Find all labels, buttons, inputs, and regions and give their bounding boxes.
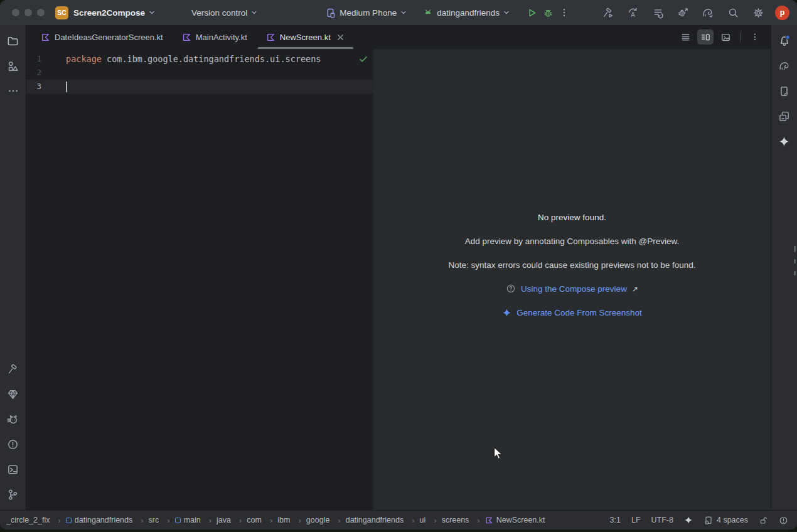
breadcrumb-item[interactable]: com bbox=[247, 516, 277, 525]
version-control-menu[interactable]: Version control bbox=[191, 8, 257, 18]
gem-icon bbox=[7, 388, 19, 400]
gemini-tool-button[interactable] bbox=[775, 132, 794, 151]
run-play-icon bbox=[527, 8, 537, 18]
run-button[interactable] bbox=[523, 4, 540, 21]
project-badge: SC bbox=[55, 6, 68, 19]
code-package-path: com.ibm.google.datingandfriends.ui.scree… bbox=[102, 54, 321, 64]
close-window-button[interactable] bbox=[12, 9, 19, 16]
generate-code-row: Generate Code From Screenshot bbox=[502, 301, 642, 324]
tab-mainactivity[interactable]: MainActivity.kt bbox=[173, 25, 257, 49]
image-icon bbox=[720, 32, 731, 43]
title-bar: SC Screen2Compose Version control Medium… bbox=[0, 0, 797, 25]
code-line-3-current: 3 bbox=[26, 80, 373, 93]
chevron-down-icon bbox=[503, 9, 510, 16]
attach-debugger-button[interactable] bbox=[675, 4, 691, 21]
android-icon bbox=[423, 8, 433, 18]
apply-code-changes-button[interactable]: A bbox=[624, 4, 641, 21]
generate-code-from-screenshot-link[interactable]: Generate Code From Screenshot bbox=[516, 308, 642, 317]
debug-button[interactable] bbox=[540, 4, 556, 21]
highlighting-level-widget[interactable] bbox=[779, 516, 788, 525]
tab-label: MainActivity.kt bbox=[196, 33, 247, 42]
bug-arrow-icon bbox=[677, 7, 689, 19]
chevron-down-icon bbox=[400, 9, 407, 16]
run-configuration-selector[interactable]: datingandfriends bbox=[423, 8, 510, 18]
ai-assistant-status-widget[interactable] bbox=[684, 516, 693, 524]
device-phone-icon bbox=[325, 8, 336, 18]
notifications-button[interactable] bbox=[775, 31, 794, 50]
devices-stack-icon bbox=[778, 110, 790, 122]
read-write-lock-widget[interactable] bbox=[759, 516, 768, 525]
device-manager-tool-button[interactable] bbox=[775, 107, 794, 125]
breadcrumb-item[interactable]: datingandfriends bbox=[346, 516, 420, 525]
gradle-tool-button[interactable] bbox=[775, 56, 794, 75]
build-run-button[interactable] bbox=[599, 4, 616, 21]
gradle-sync-button[interactable] bbox=[700, 4, 716, 21]
kebab-menu-icon bbox=[559, 8, 569, 18]
apply-changes-restart-button[interactable] bbox=[650, 4, 666, 21]
resource-manager-tool-button[interactable] bbox=[4, 56, 23, 75]
breadcrumb: _circle_2_fix datingandfriends src main … bbox=[6, 516, 545, 525]
breadcrumb-item[interactable]: _circle_2_fix bbox=[6, 516, 66, 525]
breadcrumb-item[interactable]: ibm bbox=[277, 516, 306, 525]
help-circle-icon bbox=[506, 284, 516, 294]
exclamation-circle-icon bbox=[779, 516, 788, 525]
compose-preview-docs-link[interactable]: Using the Compose preview bbox=[521, 284, 627, 294]
apply-changes-icon: A bbox=[627, 7, 639, 19]
zoom-window-button[interactable] bbox=[37, 9, 45, 16]
gradle-elephant-sync-icon bbox=[702, 7, 714, 19]
bell-icon bbox=[778, 35, 791, 47]
split-view-icon bbox=[700, 32, 711, 43]
more-tool-windows-button[interactable] bbox=[4, 82, 23, 100]
line-separator-widget[interactable]: LF bbox=[631, 516, 641, 524]
tab-dateideasgeneratorscreen[interactable]: DateIdeasGeneratorScreen.kt bbox=[31, 25, 173, 49]
left-tool-strip bbox=[0, 25, 26, 510]
kotlin-file-icon bbox=[41, 33, 50, 42]
preview-only-view-button[interactable] bbox=[717, 29, 734, 45]
user-avatar[interactable]: p bbox=[775, 6, 789, 20]
divider bbox=[740, 32, 741, 42]
breadcrumb-item[interactable]: src bbox=[149, 516, 175, 525]
external-link-icon bbox=[632, 284, 638, 294]
logcat-tool-button[interactable] bbox=[4, 410, 23, 428]
version-control-tool-button[interactable] bbox=[4, 485, 23, 504]
hammer-icon bbox=[7, 363, 19, 375]
inspection-status-widget[interactable] bbox=[358, 54, 368, 64]
editor-options-button[interactable] bbox=[747, 29, 763, 45]
terminal-icon bbox=[7, 464, 19, 476]
line-number: 1 bbox=[26, 52, 41, 66]
project-tool-button[interactable] bbox=[4, 31, 23, 50]
cat-icon bbox=[7, 413, 19, 425]
caret-position-widget[interactable]: 3:1 bbox=[610, 516, 621, 524]
minimize-window-button[interactable] bbox=[24, 9, 32, 16]
more-actions-button[interactable] bbox=[556, 4, 572, 21]
search-everywhere-button[interactable] bbox=[725, 4, 741, 21]
problems-tool-button[interactable] bbox=[4, 435, 23, 454]
terminal-tool-button[interactable] bbox=[4, 460, 23, 479]
encoding-widget[interactable]: UTF-8 bbox=[651, 516, 673, 524]
close-icon bbox=[337, 34, 344, 41]
gradle-elephant-icon bbox=[778, 60, 791, 72]
code-editor[interactable]: 1 package com.ibm.google.datingandfriend… bbox=[26, 49, 373, 510]
breadcrumb-item[interactable]: screens bbox=[442, 516, 485, 525]
svg-text:A: A bbox=[631, 11, 635, 18]
folder-icon bbox=[7, 35, 19, 47]
breadcrumb-item[interactable]: datingandfriends bbox=[66, 516, 149, 525]
breadcrumb-item[interactable]: main bbox=[175, 516, 217, 525]
running-devices-tool-button[interactable] bbox=[775, 82, 794, 100]
breadcrumb-item[interactable]: ui bbox=[419, 516, 441, 525]
app-quality-insights-tool-button[interactable] bbox=[4, 385, 23, 403]
device-selector-label: Medium Phone bbox=[340, 8, 397, 18]
build-tool-button[interactable] bbox=[4, 359, 23, 378]
breadcrumb-item-file[interactable]: NewScreen.kt bbox=[485, 516, 545, 524]
breadcrumb-item[interactable]: java bbox=[217, 516, 247, 525]
editor-only-view-button[interactable] bbox=[677, 29, 693, 45]
project-menu[interactable]: Screen2Compose bbox=[73, 8, 155, 18]
tab-newscreen[interactable]: NewScreen.kt bbox=[257, 25, 355, 49]
shapes-icon bbox=[7, 60, 19, 72]
breadcrumb-item[interactable]: google bbox=[306, 516, 346, 525]
settings-button[interactable] bbox=[750, 4, 766, 21]
indent-widget[interactable]: 4 spaces bbox=[703, 516, 748, 525]
split-editor-preview-button[interactable] bbox=[697, 29, 714, 45]
close-tab-button[interactable] bbox=[336, 33, 345, 41]
device-selector[interactable]: Medium Phone bbox=[325, 8, 407, 18]
